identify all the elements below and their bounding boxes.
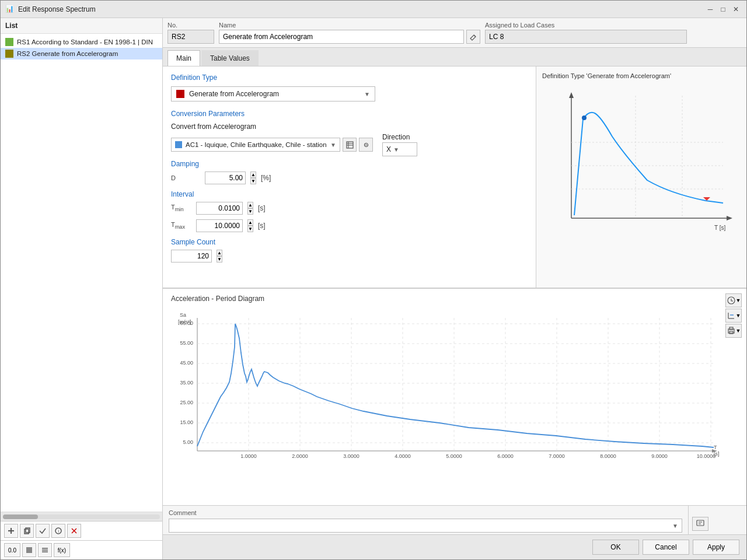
main-content: List RS1 According to Standard - EN 1998…	[1, 18, 746, 559]
tmax-input[interactable]	[196, 219, 243, 232]
formula-button[interactable]: f(x)	[54, 543, 70, 557]
svg-text:5.0000: 5.0000	[446, 453, 462, 459]
svg-text:6.0000: 6.0000	[497, 453, 514, 459]
scroll-track[interactable]	[3, 514, 160, 519]
delete-button[interactable]	[67, 524, 81, 538]
damping-row: D ▲ ▼ [%]	[171, 172, 528, 184]
accel-edit-button[interactable]	[343, 138, 357, 152]
check-button[interactable]	[36, 524, 50, 538]
conversion-params-label: Conversion Parameters	[171, 110, 528, 118]
svg-text:Sa: Sa	[180, 312, 186, 318]
table-edit-icon	[346, 141, 354, 149]
svg-text:15.00: 15.00	[180, 419, 193, 425]
lines-button[interactable]	[38, 543, 52, 557]
square-icon	[26, 547, 33, 554]
window-controls: ─ □ ✕	[704, 4, 742, 15]
list-item-rs2[interactable]: RS2 Generate from Accelerogram	[1, 48, 162, 60]
check-icon	[39, 527, 47, 535]
preview-title: Definition Type 'Generate from Accelerog…	[542, 72, 741, 79]
clock-button[interactable]: ▼	[725, 293, 742, 307]
delete-icon	[70, 527, 78, 535]
copy-icon	[23, 527, 31, 535]
no-input[interactable]	[167, 30, 214, 44]
list-header: List	[1, 18, 162, 34]
sample-down[interactable]: ▼	[217, 256, 222, 262]
svg-text:T: T	[714, 444, 717, 450]
damping-down[interactable]: ▼	[250, 178, 256, 184]
comment-action-button[interactable]	[692, 517, 708, 531]
ok-button[interactable]: OK	[592, 540, 639, 555]
axes-icon	[727, 311, 736, 320]
name-label: Name	[219, 22, 480, 29]
footer: OK Cancel Apply	[163, 534, 746, 559]
svg-text:35.00: 35.00	[180, 380, 193, 386]
svg-rect-1	[8, 530, 14, 531]
decimal-button[interactable]: 0.0	[4, 543, 20, 557]
print-dropdown: ▼	[736, 328, 741, 334]
tmin-label: Tmin	[171, 204, 191, 212]
comment-dropdown-arrow[interactable]: ▼	[672, 523, 678, 529]
accel-options-button[interactable]	[359, 138, 373, 152]
copy-button[interactable]	[20, 524, 34, 538]
interval-label: Interval	[171, 190, 528, 198]
comment-text-input[interactable]	[173, 522, 672, 530]
sample-count-label: Sample Count	[171, 238, 528, 246]
sample-up[interactable]: ▲	[217, 250, 222, 256]
def-type-icon	[176, 90, 184, 98]
accelerogram-row: AC1 - Iquique, Chile Earthquake, Chile -…	[171, 133, 528, 156]
add-button[interactable]	[4, 524, 18, 538]
left-panel: List RS1 According to Standard - EN 1998…	[1, 18, 163, 559]
damping-spinner: ▲ ▼	[250, 172, 256, 184]
cancel-button[interactable]: Cancel	[643, 540, 689, 555]
name-input[interactable]	[219, 30, 464, 44]
square-button[interactable]	[22, 543, 36, 557]
definition-type-value: Generate from Accelerogram	[189, 90, 359, 98]
svg-text:55.00: 55.00	[180, 340, 193, 346]
accel-chart-title: Acceleration - Period Diagram	[171, 295, 738, 303]
maximize-button[interactable]: □	[717, 4, 729, 15]
svg-text:8.0000: 8.0000	[600, 453, 616, 459]
damping-up[interactable]: ▲	[250, 172, 256, 178]
tab-main[interactable]: Main	[167, 50, 200, 66]
header-fields: No. Name Assigned to Load Cases	[163, 18, 746, 48]
sample-count-input[interactable]	[171, 250, 212, 262]
tab-table-values[interactable]: Table Values	[201, 50, 259, 66]
list-item-rs1[interactable]: RS1 According to Standard - EN 1998-1 | …	[1, 36, 162, 48]
tmin-down[interactable]: ▼	[247, 208, 253, 215]
tmin-up[interactable]: ▲	[247, 202, 253, 208]
svg-text:3.0000: 3.0000	[343, 453, 359, 459]
axes-button[interactable]: ▼	[725, 309, 742, 323]
tmax-label: Tmax	[171, 221, 191, 230]
tmin-input[interactable]	[196, 202, 243, 215]
bottom-toolbar: 0.0 f(x)	[1, 540, 162, 559]
svg-text:1.0000: 1.0000	[240, 453, 257, 459]
direction-select[interactable]: X ▼	[382, 142, 417, 156]
svg-marker-22	[727, 216, 732, 220]
preview-chart: Sa [m/s2] T [s]	[542, 84, 741, 247]
assigned-input[interactable]	[485, 30, 687, 44]
chart-tools: ▼ ▼ ▼	[725, 293, 742, 338]
name-edit-button[interactable]	[466, 30, 480, 44]
print-button[interactable]: ▼	[725, 324, 742, 338]
minimize-button[interactable]: ─	[704, 4, 716, 15]
info-button[interactable]: i	[51, 524, 65, 538]
svg-text:9.0000: 9.0000	[651, 453, 668, 459]
svg-rect-83	[697, 520, 704, 526]
close-button[interactable]: ✕	[730, 4, 742, 15]
d-label: D	[171, 174, 200, 181]
tmax-down[interactable]: ▼	[247, 226, 253, 232]
definition-type-dropdown[interactable]: Generate from Accelerogram ▼	[171, 86, 375, 102]
assigned-label: Assigned to Load Cases	[485, 22, 742, 29]
comment-label: Comment	[169, 509, 682, 516]
edit-icon	[469, 33, 477, 41]
svg-point-31	[582, 116, 587, 120]
svg-line-12	[474, 35, 476, 37]
comment-left: Comment ▼	[163, 506, 688, 534]
damping-input[interactable]	[205, 172, 246, 184]
sample-count-section: Sample Count ▲ ▼	[171, 238, 528, 262]
svg-rect-8	[26, 547, 32, 553]
tmax-up[interactable]: ▲	[247, 219, 253, 226]
accelerogram-select[interactable]: AC1 - Iquique, Chile Earthquake, Chile -…	[171, 138, 340, 152]
lines-icon	[41, 547, 49, 554]
apply-button[interactable]: Apply	[693, 540, 739, 555]
